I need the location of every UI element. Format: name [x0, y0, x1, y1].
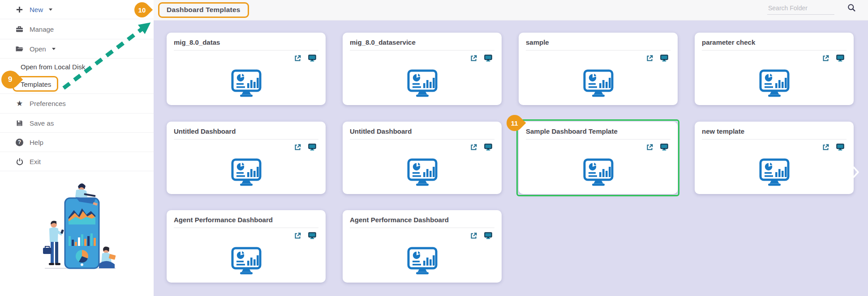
template-card[interactable]: Untitled Dashboard	[167, 122, 326, 194]
monitor-icon[interactable]	[484, 144, 492, 151]
card-title: mig_8.0_datas	[174, 38, 318, 51]
dashboard-icon	[759, 69, 790, 100]
annotation-box-page-title: Dashboard Templates	[158, 2, 249, 18]
template-card-sample-dashboard-template[interactable]: Sample Dashboard Template	[519, 122, 678, 194]
open-new-window-icon[interactable]	[470, 232, 477, 240]
folder-search	[767, 3, 834, 15]
sidebar-item-label: Preferences	[30, 100, 66, 107]
card-title: Sample Dashboard Template	[526, 127, 670, 140]
sidebar-item-label: Open from Local Disk	[21, 63, 85, 71]
sidebar-item-label: New	[30, 6, 43, 13]
monitor-icon[interactable]	[660, 55, 668, 62]
help-icon: ?	[15, 138, 24, 147]
template-card[interactable]: mig_8.0_datas	[167, 33, 326, 105]
search-input[interactable]	[767, 3, 834, 15]
monitor-icon[interactable]	[836, 144, 844, 151]
template-card[interactable]: Agent Performance Dashboard	[167, 210, 326, 283]
sidebar-item-exit[interactable]: Exit	[0, 152, 154, 171]
sidebar-item-label: Help	[30, 139, 43, 146]
open-new-window-icon[interactable]	[646, 55, 653, 62]
open-new-window-icon[interactable]	[822, 55, 829, 62]
template-card[interactable]: Agent Performance Dashboard	[343, 210, 502, 283]
open-new-window-icon[interactable]	[294, 232, 301, 240]
chevron-down-icon	[52, 48, 56, 52]
template-card[interactable]: Untitled Dashboard	[343, 122, 502, 194]
template-card[interactable]: mig_8.0_dataservice	[343, 33, 502, 105]
card-title: sample	[526, 38, 670, 51]
page-title: Dashboard Templates	[167, 6, 241, 14]
template-card[interactable]: parameter check	[695, 33, 854, 105]
sidebar-item-label: Templates	[21, 80, 51, 88]
sidebar-item-help[interactable]: ? Help	[0, 133, 154, 152]
sidebar-item-save-as[interactable]: Save as	[0, 114, 154, 133]
monitor-icon[interactable]	[836, 55, 844, 62]
open-new-window-icon[interactable]	[646, 144, 653, 151]
card-title: Agent Performance Dashboard	[174, 216, 318, 228]
analytics-illustration	[37, 183, 123, 273]
dashboard-icon	[759, 158, 790, 189]
power-icon	[15, 157, 24, 166]
dashboard-icon	[407, 247, 438, 277]
dashboard-icon	[583, 158, 614, 189]
sidebar-item-preferences[interactable]: ★ Preferences	[0, 94, 154, 114]
open-new-window-icon[interactable]	[822, 144, 829, 151]
card-title: mig_8.0_dataservice	[350, 38, 494, 51]
sidebar-item-new[interactable]: New	[0, 0, 154, 19]
monitor-icon[interactable]	[484, 55, 492, 62]
template-card[interactable]: sample	[519, 33, 678, 105]
open-new-window-icon[interactable]	[294, 55, 301, 62]
chevron-down-icon	[49, 8, 52, 13]
open-new-window-icon[interactable]	[294, 144, 301, 151]
sidebar-item-open[interactable]: Open	[0, 39, 154, 59]
sidebar: New Manage Open Open from Local Disk Tem…	[0, 0, 154, 296]
monitor-icon[interactable]	[308, 144, 316, 151]
sidebar-item-open-from-local-disk[interactable]: Open from Local Disk	[0, 59, 154, 75]
star-icon: ★	[15, 99, 24, 108]
monitor-icon[interactable]	[660, 144, 668, 151]
folder-open-icon	[15, 45, 24, 53]
briefcase-icon	[15, 25, 24, 34]
dashboard-icon	[407, 69, 438, 100]
open-new-window-icon[interactable]	[470, 55, 477, 62]
card-title: new template	[702, 127, 847, 140]
sidebar-item-label: Open	[30, 45, 46, 53]
dashboard-icon	[231, 247, 262, 277]
dashboard-icon	[231, 69, 262, 100]
monitor-icon[interactable]	[308, 55, 316, 62]
sidebar-item-label: Manage	[30, 25, 54, 33]
card-title: Agent Performance Dashboard	[350, 216, 494, 228]
card-title: Untitled Dashboard	[350, 127, 494, 140]
plus-icon	[15, 5, 24, 14]
sidebar-item-manage[interactable]: Manage	[0, 19, 154, 39]
save-icon	[15, 119, 24, 127]
dashboard-icon	[231, 158, 262, 189]
card-title: Untitled Dashboard	[174, 127, 318, 140]
card-title: parameter check	[702, 38, 847, 51]
open-new-window-icon[interactable]	[470, 144, 477, 151]
sidebar-item-label: Save as	[30, 119, 54, 127]
sidebar-item-label: Exit	[30, 158, 41, 165]
monitor-icon[interactable]	[308, 232, 316, 240]
templates-grid: mig_8.0_datas mig_8.0_dataservice sample	[154, 21, 868, 296]
sidebar-item-templates[interactable]: Templates	[0, 75, 154, 94]
dashboard-icon	[407, 158, 438, 189]
next-page-chevron-icon[interactable]	[852, 166, 859, 180]
header: Dashboard Templates	[154, 0, 868, 21]
dashboard-icon	[583, 69, 614, 100]
search-icon[interactable]	[847, 4, 856, 14]
monitor-icon[interactable]	[484, 232, 492, 240]
template-card[interactable]: new template	[695, 122, 854, 194]
